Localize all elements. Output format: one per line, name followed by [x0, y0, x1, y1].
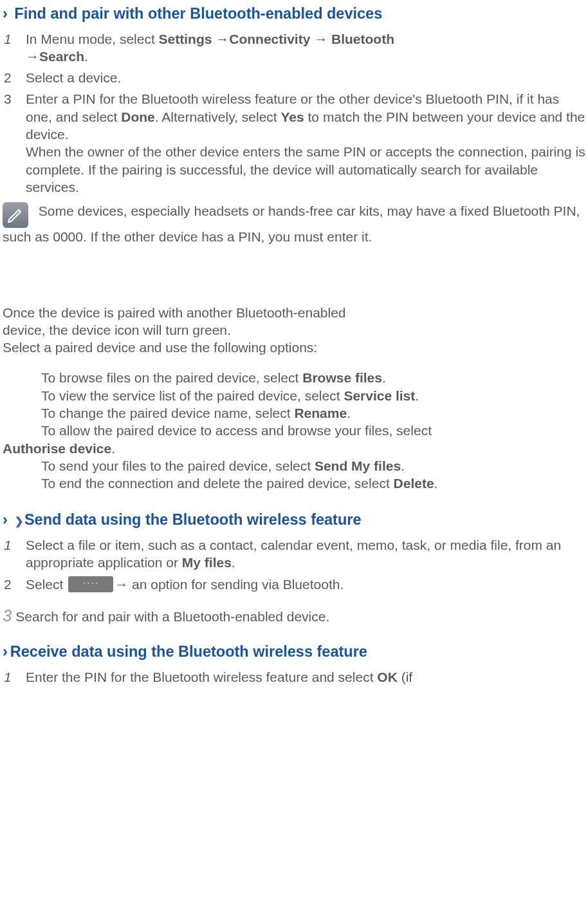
period: . [415, 388, 419, 403]
step-number: 2 [3, 69, 26, 86]
bold: Delete [394, 476, 434, 491]
step-body: Select a file or item, such as a contact… [26, 536, 585, 572]
bold: Yes [280, 109, 304, 124]
text: Enter the PIN for the Bluetooth wireless… [26, 670, 377, 684]
option-row: To end the connection and delete the pai… [3, 474, 585, 492]
period: . [401, 458, 405, 473]
step-body: Select a device. [26, 69, 585, 86]
caret-icon: › [3, 643, 8, 660]
option-row: To browse files on the paired device, se… [3, 369, 585, 386]
text: To end the connection and delete the pai… [41, 476, 394, 491]
note-text: Some devices, especially headsets or han… [3, 203, 580, 244]
options-block: To browse files on the paired device, se… [3, 369, 585, 492]
step-body: Search for and pair with a Bluetooth-ena… [12, 609, 329, 624]
arrow: → [26, 49, 39, 64]
period: . [111, 441, 115, 456]
text: . Alternatively, select [155, 109, 281, 124]
bold: Send My files [315, 458, 401, 473]
text-line: Select a paired device and use the follo… [3, 339, 585, 356]
bold: Authorise device [3, 441, 111, 456]
period: . [347, 406, 351, 420]
option-row: To allow the paired device to access and… [3, 422, 585, 457]
text: . [232, 555, 235, 570]
bold: Settings [159, 32, 216, 46]
text: (if [398, 670, 412, 684]
step-number: 3 [3, 90, 26, 196]
text-line: device, the device icon will turn green. [3, 321, 585, 339]
bold: OK [377, 670, 398, 684]
period: . [434, 476, 438, 491]
step-number: 1 [3, 668, 26, 686]
text: To send your files to the paired device,… [41, 458, 315, 473]
paired-info-block: Once the device is paired with another B… [3, 304, 585, 357]
text: In Menu mode, select [26, 32, 159, 46]
text: To change the paired device name, select [41, 406, 294, 420]
step-number-italic: 3 [3, 606, 12, 625]
section-heading-send-data: › ❯Send data using the Bluetooth wireles… [3, 510, 585, 530]
caret-icon: › [3, 5, 8, 22]
options-button-icon [68, 576, 113, 592]
option-row: To view the service list of the paired d… [3, 387, 585, 404]
text: → an option for sending via Bluetooth. [115, 577, 344, 592]
bold: Connectivity [229, 32, 314, 46]
step-body: Enter a PIN for the Bluetooth wireless f… [26, 90, 585, 196]
step-row: 1 In Menu mode, select Settings →Connect… [3, 30, 585, 66]
arrow: → [216, 32, 229, 46]
bold: My files [182, 555, 232, 570]
text: . [84, 49, 88, 64]
step-row: 3 Enter a PIN for the Bluetooth wireless… [3, 90, 585, 196]
step-number: 1 [3, 30, 26, 66]
text: To allow the paired device to access and… [3, 423, 432, 438]
period: . [382, 370, 386, 385]
text: To view the service list of the paired d… [41, 388, 344, 403]
text: Select [26, 577, 67, 592]
bold: Rename [294, 406, 347, 420]
text: Select a file or item, such as a contact… [26, 538, 561, 570]
step-row: 1 Select a file or item, such as a conta… [3, 536, 585, 572]
heading-text: Find and pair with other Bluetooth-enabl… [14, 5, 382, 22]
bold: Done [121, 109, 155, 124]
step-row: 3 Search for and pair with a Bluetooth-e… [3, 605, 585, 627]
caret-icon: › [3, 511, 8, 528]
text: When the owner of the other device enter… [26, 144, 585, 194]
text-line: Once the device is paired with another B… [3, 304, 585, 321]
heading-text: Send data using the Bluetooth wireless f… [24, 511, 362, 528]
step-row: 2 Select a device. [3, 69, 585, 86]
step-row: 1 Enter the PIN for the Bluetooth wirele… [3, 668, 585, 686]
step-body: Select → an option for sending via Bluet… [26, 576, 585, 594]
heading-text: Receive data using the Bluetooth wireles… [10, 643, 367, 660]
note-block: Some devices, especially headsets or han… [3, 202, 585, 245]
bold: Search [39, 49, 84, 64]
bold: Browse files [302, 370, 382, 385]
note-icon [3, 202, 28, 228]
arrowhead-icon: ❯ [15, 515, 23, 529]
step-body: Enter the PIN for the Bluetooth wireless… [26, 668, 585, 686]
step-body: In Menu mode, select Settings →Connectiv… [26, 30, 585, 66]
bold: Service list [344, 388, 415, 403]
text: To browse files on the paired device, se… [41, 370, 302, 385]
step-number: 2 [3, 576, 26, 594]
section-heading-find-pair: › Find and pair with other Bluetooth-ena… [3, 4, 585, 24]
step-number: 1 [3, 536, 26, 572]
bold: Bluetooth [331, 32, 394, 46]
arrow: → [314, 32, 331, 46]
step-row: 2 Select → an option for sending via Blu… [3, 576, 585, 594]
option-row: To change the paired device name, select… [3, 404, 585, 422]
section-heading-receive-data: ›Receive data using the Bluetooth wirele… [3, 642, 585, 662]
option-row: To send your files to the paired device,… [3, 457, 585, 474]
